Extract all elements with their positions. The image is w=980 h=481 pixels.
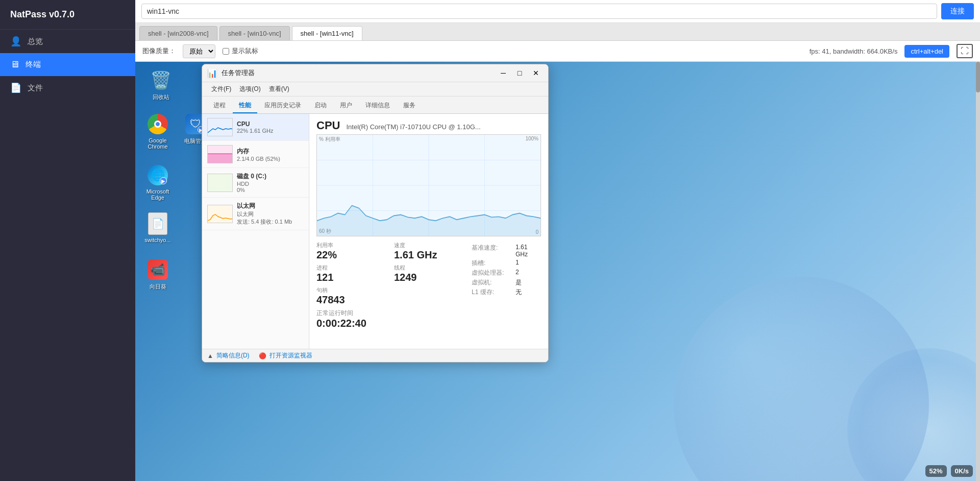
win11-desktop: 🗑️ 回收站 GoogleChrome 🛡 ▶ [135, 62, 980, 481]
prop-slots: 插槽: 1 [472, 259, 541, 268]
switch-label: switchyo... [144, 237, 170, 243]
vnc-toolbar: 图像质量： 原始 高 中 低 显示鼠标 fps: 41, bandwidth: … [135, 41, 980, 62]
tm-tab-startup[interactable]: 启动 [308, 99, 333, 113]
tm-stat-handle: 句柄 47843 [316, 286, 386, 306]
tm-title: 任务管理器 [222, 68, 492, 78]
tm-ram-mini-chart [207, 145, 233, 163]
tab-win11[interactable]: shell - [win11-vnc] [292, 26, 362, 40]
tm-tab-process[interactable]: 进程 [207, 99, 232, 113]
sidebar-item-overview-label: 总览 [28, 37, 43, 46]
main-area: win11-vnc 连接 shell - [win2008-vnc] shell… [135, 0, 980, 481]
tm-body: CPU 22% 1.61 GHz [202, 114, 548, 349]
win11-deco [847, 348, 980, 481]
mail-icon: 📹 [146, 258, 169, 281]
show-mouse-checkbox[interactable] [223, 48, 229, 55]
svg-rect-3 [208, 191, 233, 192]
tm-close-button[interactable]: ✕ [529, 67, 543, 79]
tm-resource-disk[interactable]: 磁盘 0 (C:) HDD 0% [202, 168, 309, 198]
tm-uptime: 正常运行时间 0:00:22:40 [316, 309, 541, 329]
quality-select[interactable]: 原始 高 中 低 [183, 44, 215, 58]
server-select[interactable]: win11-vnc [141, 4, 937, 19]
tm-resource-net[interactable]: 以太网 以太网 发送: 5.4 接收: 0.1 Mb [202, 198, 309, 230]
tm-stat-proc: 进程 121 [316, 264, 386, 283]
show-mouse-checkbox-label[interactable]: 显示鼠标 [223, 46, 258, 56]
desktop-icon-recycle[interactable]: 🗑️ 回收站 [142, 69, 179, 101]
net-status-badge: 0K/s [951, 465, 973, 477]
tm-stat-speed: 速度 1.61 GHz [394, 242, 463, 261]
switch-icon: 📄 [146, 212, 169, 235]
tm-cpu-header: CPU Intel(R) Core(TM) i7-10710U CPU @ 1.… [316, 119, 541, 132]
sidebar-item-terminal-label: 终端 [26, 60, 41, 69]
ctrl-alt-del-button[interactable]: ctrl+alt+del [904, 45, 949, 58]
connect-button[interactable]: 连接 [941, 3, 974, 19]
svg-rect-1 [208, 154, 233, 163]
sidebar-item-terminal[interactable]: 🖥 终端 [0, 53, 135, 76]
tm-disk-mini-chart [207, 174, 233, 192]
prop-vm: 虚拟机: 是 [472, 278, 541, 287]
svg-rect-4 [208, 205, 233, 223]
tm-resource-list: CPU 22% 1.61 GHz [202, 114, 309, 349]
recycle-bin-icon: 🗑️ [150, 69, 172, 91]
tm-cpu-mini-chart [207, 118, 233, 136]
prop-vproc: 虚拟处理器: 2 [472, 269, 541, 277]
tm-resource-ram[interactable]: 内存 2.1/4.0 GB (52%) [202, 141, 309, 168]
sidebar-item-overview[interactable]: 👤 总览 [0, 30, 135, 53]
prop-basespeed: 基准速度: 1.61 GHz [472, 244, 541, 258]
sidebar: NatPass v0.7.0 👤 总览 🖥 终端 📄 文件 [0, 0, 135, 481]
topbar: win11-vnc 连接 [135, 0, 980, 23]
task-manager-window: 📊 任务管理器 ─ □ ✕ 文件(F) 选项(O) 查看(V) 进程 性能 [202, 64, 549, 363]
tm-summary-btn[interactable]: 简略信息(D) [216, 351, 250, 360]
tm-tab-details[interactable]: 详细信息 [359, 99, 396, 113]
tm-net-mini-chart [207, 205, 233, 223]
chrome-icon [146, 113, 169, 135]
vnc-content[interactable]: 🗑️ 回收站 GoogleChrome 🛡 ▶ [135, 62, 980, 481]
tm-stat-util: 利用率 22% [316, 242, 386, 261]
tm-stat-thread: 线程 1249 [394, 264, 463, 283]
desktop-icon-switch[interactable]: 📄 switchyo... [139, 212, 176, 243]
tab-win10[interactable]: shell - [win10-vnc] [219, 26, 290, 40]
tm-title-icon: 📊 [207, 68, 217, 78]
tm-tab-apphistory[interactable]: 应用历史记录 [258, 99, 307, 113]
edge-icon: 🌐 ▶ [146, 164, 169, 186]
vnc-scrollbar[interactable] [976, 62, 980, 481]
tm-tab-users[interactable]: 用户 [334, 99, 358, 113]
svg-rect-2 [208, 174, 233, 192]
tm-cpu-chart: % 利用率 100% 60 秒 0 [316, 134, 541, 236]
file-icon: 📄 [10, 82, 21, 93]
chrome-label: GoogleChrome [148, 137, 167, 150]
tm-cpu-desc: Intel(R) Core(TM) i7-10710U CPU @ 1.10G.… [346, 123, 480, 131]
tm-tab-services[interactable]: 服务 [397, 99, 422, 113]
vnc-scrollbar-thumb[interactable] [976, 62, 980, 92]
tm-ram-info: 内存 2.1/4.0 GB (52%) [237, 147, 280, 162]
tm-minimize-button[interactable]: ─ [496, 67, 510, 79]
sidebar-item-file[interactable]: 📄 文件 [0, 76, 135, 100]
desktop-icon-edge[interactable]: 🌐 ▶ MicrosoftEdge [139, 164, 176, 201]
tm-maximize-button[interactable]: □ [512, 67, 527, 79]
recycle-label: 回收站 [153, 93, 169, 101]
tm-resource-cpu[interactable]: CPU 22% 1.61 GHz [202, 114, 309, 141]
tm-cpu-info: CPU 22% 1.61 GHz [237, 121, 274, 134]
tm-menu-options[interactable]: 选项(O) [235, 83, 264, 95]
tm-menubar: 文件(F) 选项(O) 查看(V) [202, 82, 548, 97]
fullscreen-icon: ⛶ [961, 46, 969, 55]
quality-label: 图像质量： [142, 46, 176, 56]
tm-controls: ─ □ ✕ [496, 67, 543, 79]
tab-win2008[interactable]: shell - [win2008-vnc] [139, 26, 217, 40]
overview-icon: 👤 [10, 36, 21, 47]
desktop-icon-chrome[interactable]: GoogleChrome [139, 113, 176, 150]
tm-cpu-title: CPU [316, 119, 340, 132]
tm-titlebar: 📊 任务管理器 ─ □ ✕ [202, 64, 548, 82]
tm-right-panel: CPU Intel(R) Core(TM) i7-10710U CPU @ 1.… [309, 114, 548, 349]
cpu-status-badge: 52% [925, 465, 947, 477]
edge-label: MicrosoftEdge [146, 188, 169, 201]
desktop-icon-mail[interactable]: 📹 向日葵 [139, 258, 176, 291]
tm-menu-file[interactable]: 文件(F) [207, 83, 235, 95]
win-statusbar: 52% 0K/s [925, 465, 973, 477]
tm-open-resource-btn[interactable]: 打开资源监视器 [270, 351, 312, 360]
tm-menu-view[interactable]: 查看(V) [265, 83, 293, 95]
fullscreen-button[interactable]: ⛶ [957, 44, 973, 58]
vnc-stats: fps: 41, bandwidth: 664.0KB/s [810, 47, 898, 55]
tm-footer-expand-icon: ▲ [207, 352, 213, 359]
tm-tab-perf[interactable]: 性能 [233, 99, 257, 113]
tm-disk-info: 磁盘 0 (C:) HDD 0% [237, 172, 266, 193]
